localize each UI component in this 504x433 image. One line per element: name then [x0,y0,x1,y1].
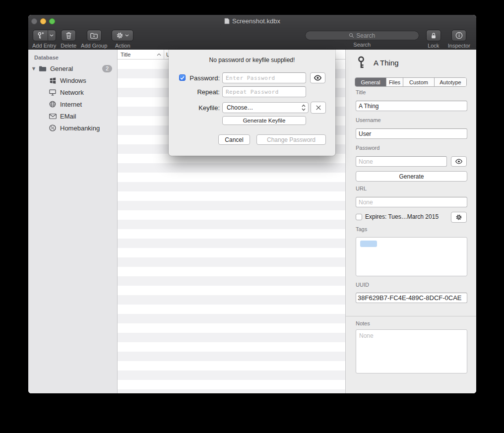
entry-header: A Thing [356,56,399,69]
action-group: Action [112,30,133,49]
sheet-reveal-password-button[interactable] [310,72,325,83]
change-password-sheet: No password or keyfile supplied! Passwor… [169,50,335,156]
inspector-divider [346,316,476,316]
window-title: Screenshot.kdbx [28,15,476,27]
key-plus-icon[interactable] [33,30,48,41]
uuid-field-label: UUID [356,282,369,288]
add-entry-group: Add Entry [32,30,56,49]
search-label: Search [353,42,371,48]
password-field[interactable] [356,156,447,167]
reveal-password-button[interactable] [451,156,467,167]
uuid-field[interactable] [356,293,467,303]
cancel-button[interactable]: Cancel [218,134,250,145]
sidebar-item-internet[interactable]: Internet [28,98,117,110]
clear-keyfile-button[interactable] [311,102,326,114]
tab-general[interactable]: General [355,78,386,86]
add-entry-dropdown-arrow[interactable] [48,30,56,41]
sidebar-item-homebanking[interactable]: Homebanking [28,122,117,134]
generate-password-button[interactable]: Generate [356,171,467,182]
gear-icon [116,32,124,39]
inspector-tabs: General Files Custom Autotype [355,77,467,87]
inspector-group: Inspector [448,30,470,49]
expires-settings-button[interactable] [451,212,467,223]
tab-autotype[interactable]: Autotype [435,78,466,86]
sidebar: Database ▼ General 2 Windows Network [28,50,118,393]
sidebar-item-label: Windows [60,77,86,84]
inspector-button[interactable] [451,30,466,41]
globe-icon [48,101,57,108]
add-group-button[interactable] [87,30,102,41]
username-field[interactable] [356,128,467,139]
titlebar: Screenshot.kdbx [28,15,476,27]
close-x-icon [315,105,321,111]
sort-ascending-icon [157,53,161,56]
lock-label: Lock [428,43,439,49]
change-password-button[interactable]: Change Password [256,134,326,145]
popup-stepper-icon [302,104,306,111]
lock-group: Lock [426,30,441,49]
disclosure-triangle-icon[interactable]: ▼ [29,65,38,71]
sidebar-item-label: Homebanking [60,124,100,132]
notes-field[interactable] [356,329,467,373]
group-count-badge: 2 [102,65,112,72]
add-entry-button[interactable] [33,30,56,41]
lock-icon [431,32,437,39]
coin-icon [48,124,57,132]
eye-icon [314,75,322,81]
add-group-group: Add Group [81,30,107,49]
tab-custom[interactable]: Custom [403,78,435,86]
window-title-text: Screenshot.kdbx [232,17,280,25]
title-field[interactable] [356,101,467,111]
delete-button[interactable] [61,30,76,41]
url-field[interactable] [356,197,467,207]
repeat-label: Repeat: [169,88,220,96]
expires-checkbox[interactable] [356,214,362,220]
sidebar-item-email[interactable]: EMail [28,110,117,122]
sidebar-item-label: Network [60,89,84,96]
tags-field-label: Tags [356,226,367,232]
info-icon [455,32,463,39]
password-field-label: Password [356,145,379,151]
sidebar-item-label: General [50,65,73,72]
gear-icon [455,214,462,221]
sheet-message: No password or keyfile supplied! [169,57,335,63]
sidebar-item-network[interactable]: Network [28,86,117,98]
add-entry-label: Add Entry [32,43,56,49]
envelope-icon [48,113,57,120]
sidebar-item-label: Internet [60,101,82,108]
column-title-label: Title [121,52,130,58]
document-icon [224,18,230,24]
window-header: Screenshot.kdbx Add Entry [28,15,476,50]
action-button[interactable] [112,30,133,41]
keyfile-label: Keyfile: [169,104,220,112]
notes-field-label: Notes [356,320,370,326]
sidebar-item-general[interactable]: ▼ General 2 [28,62,117,74]
search-icon [349,33,354,38]
keyfile-popup-value: Choose… [227,104,253,111]
tab-files[interactable]: Files [386,78,403,86]
expires-label: Expires: Tues…March 2015 [365,213,439,220]
lock-button[interactable] [426,30,441,41]
sidebar-item-windows[interactable]: Windows [28,74,117,86]
folder-plus-icon [90,33,98,39]
entry-title: A Thing [374,59,399,67]
password-label: Password: [169,74,220,82]
search-placeholder: Search [356,32,375,39]
tags-field[interactable] [356,237,467,276]
inspector-panel: A Thing General Files Custom Autotype Ti… [345,50,476,393]
url-field-label: URL [356,186,367,191]
toolbar: Add Entry Delete [28,27,476,50]
network-icon [48,89,57,96]
column-header-title[interactable]: Title [118,50,164,59]
windows-icon [48,77,57,84]
sidebar-section-header: Database [28,50,117,62]
search-input[interactable]: Search [305,31,419,40]
tag-chip[interactable] [360,241,377,247]
username-field-label: Username [356,117,381,123]
keyfile-popup[interactable]: Choose… [222,102,309,113]
repeat-password-input[interactable] [222,86,306,97]
delete-group: Delete [61,30,76,49]
generate-keyfile-button[interactable]: Generate Keyfile [222,116,306,125]
search-group: Search Search [305,30,419,48]
enter-password-input[interactable] [222,72,306,83]
